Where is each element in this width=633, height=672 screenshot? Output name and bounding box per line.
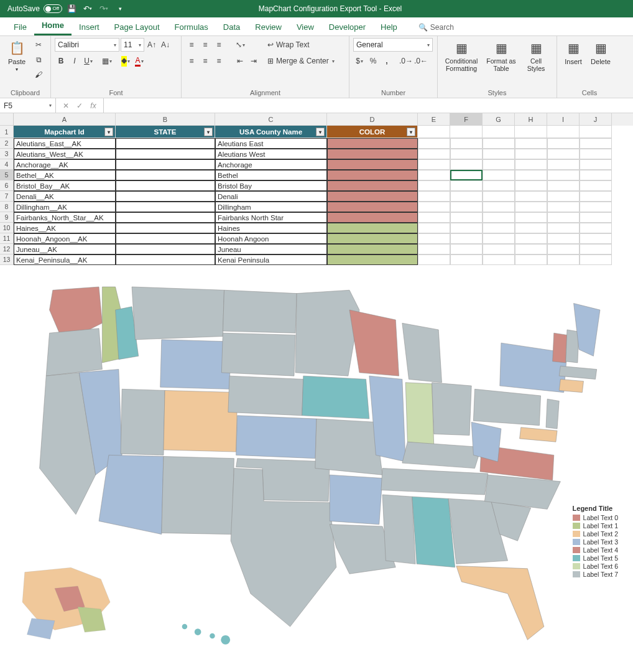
cell-county[interactable]: Aleutians East [215, 138, 327, 149]
name-box[interactable]: F5▾ [0, 98, 56, 113]
table-header-color[interactable]: COLOR▾ [327, 126, 418, 138]
empty-cell[interactable] [450, 159, 483, 170]
tell-me-search[interactable]: 🔍 Search [411, 19, 461, 35]
empty-cell[interactable] [450, 202, 483, 212]
cell-mapchart-id[interactable]: Hoonah_Angoon__AK [14, 233, 116, 244]
empty-cell[interactable] [418, 170, 450, 180]
decrease-indent-icon[interactable]: ⇤ [234, 54, 246, 68]
column-header-B[interactable]: B [116, 113, 215, 126]
worksheet-grid[interactable]: ABCDEFGHIJ 12345678910111213 Mapchart Id… [0, 113, 633, 269]
empty-cell[interactable] [483, 212, 515, 223]
fill-color-button[interactable]: ◆▾ [119, 54, 132, 68]
wrap-text-button[interactable]: ↩Wrap Text [267, 38, 335, 52]
cell-color[interactable] [327, 159, 418, 170]
tab-developer[interactable]: Developer [321, 19, 373, 35]
empty-cell[interactable] [547, 202, 580, 212]
column-header-H[interactable]: H [515, 113, 547, 126]
cell-mapchart-id[interactable]: Dillingham__AK [14, 202, 116, 212]
cell-county[interactable]: Bethel [215, 170, 327, 180]
empty-cell[interactable] [580, 180, 612, 191]
empty-cell[interactable] [450, 233, 483, 244]
row-header-4[interactable]: 4 [0, 159, 14, 170]
cell-state[interactable] [116, 159, 215, 170]
empty-cell[interactable] [515, 149, 547, 159]
cell-county[interactable]: Denali [215, 191, 327, 202]
row-header-1[interactable]: 1 [0, 126, 14, 138]
cell-mapchart-id[interactable]: Aleutians_East__AK [14, 138, 116, 149]
empty-cell[interactable] [483, 159, 515, 170]
empty-cell[interactable] [515, 223, 547, 233]
cell-color[interactable] [327, 223, 418, 233]
empty-cell[interactable] [450, 254, 483, 265]
empty-cell[interactable] [418, 159, 450, 170]
empty-cell[interactable] [547, 149, 580, 159]
column-header-C[interactable]: C [215, 113, 327, 126]
fx-icon[interactable]: fx [87, 101, 99, 110]
cell-color[interactable] [327, 191, 418, 202]
empty-cell[interactable] [483, 202, 515, 212]
empty-cell[interactable] [483, 149, 515, 159]
empty-cell[interactable] [580, 149, 612, 159]
row-header-2[interactable]: 2 [0, 138, 14, 149]
font-size-select[interactable]: 11▾ [121, 38, 144, 52]
cell-mapchart-id[interactable]: Aleutians_West__AK [14, 149, 116, 159]
filter-arrow-icon[interactable]: ▾ [407, 128, 415, 136]
italic-button[interactable]: I [68, 54, 81, 68]
empty-cell[interactable] [515, 212, 547, 223]
empty-cell[interactable] [418, 149, 450, 159]
tab-insert[interactable]: Insert [72, 19, 107, 35]
cut-icon[interactable]: ✂ [32, 38, 45, 52]
filter-arrow-icon[interactable]: ▾ [104, 128, 113, 136]
comma-format-icon[interactable]: , [381, 54, 393, 68]
empty-cell[interactable] [547, 244, 580, 254]
underline-button[interactable]: U▾ [82, 54, 95, 68]
empty-cell[interactable] [515, 202, 547, 212]
table-header-mapchart-id[interactable]: Mapchart Id▾ [14, 126, 116, 138]
cell-mapchart-id[interactable]: Denali__AK [14, 191, 116, 202]
empty-cell[interactable] [483, 138, 515, 149]
cell-county[interactable]: Juneau [215, 244, 327, 254]
tab-view[interactable]: View [289, 19, 321, 35]
row-header-3[interactable]: 3 [0, 149, 14, 159]
empty-cell[interactable] [418, 202, 450, 212]
save-icon[interactable]: 💾 [65, 2, 78, 16]
empty-cell[interactable] [483, 254, 515, 265]
row-header-13[interactable]: 13 [0, 254, 14, 265]
empty-cell[interactable] [418, 212, 450, 223]
cell-styles-button[interactable]: ▦ Cell Styles [521, 38, 551, 72]
empty-cell[interactable] [580, 233, 612, 244]
empty-cell[interactable] [450, 212, 483, 223]
cell-mapchart-id[interactable]: Fairbanks_North_Star__AK [14, 212, 116, 223]
empty-cell[interactable] [547, 138, 580, 149]
empty-cell[interactable] [418, 254, 450, 265]
align-middle-icon[interactable]: ≡ [199, 38, 211, 52]
tab-data[interactable]: Data [216, 19, 247, 35]
align-top-icon[interactable]: ≡ [185, 38, 198, 52]
increase-indent-icon[interactable]: ⇥ [247, 54, 260, 68]
empty-cell[interactable] [515, 244, 547, 254]
cell-state[interactable] [116, 138, 215, 149]
empty-cell[interactable] [547, 180, 580, 191]
cell-mapchart-id[interactable]: Juneau__AK [14, 244, 116, 254]
cell-state[interactable] [116, 202, 215, 212]
empty-cell[interactable] [450, 180, 483, 191]
empty-cell[interactable] [580, 138, 612, 149]
bold-button[interactable]: B [55, 54, 67, 68]
cell-county[interactable]: Haines [215, 223, 327, 233]
empty-cell[interactable] [547, 223, 580, 233]
cell-mapchart-id[interactable]: Anchorage__AK [14, 159, 116, 170]
row-header-8[interactable]: 8 [0, 202, 14, 212]
cell-color[interactable] [327, 244, 418, 254]
empty-cell[interactable] [450, 244, 483, 254]
column-header-F[interactable]: F [450, 113, 483, 126]
empty-cell[interactable] [450, 170, 483, 180]
cell-mapchart-id[interactable]: Bethel__AK [14, 170, 116, 180]
cell-color[interactable] [327, 254, 418, 265]
cell-county[interactable]: Bristol Bay [215, 180, 327, 191]
empty-cell[interactable] [547, 212, 580, 223]
align-left-icon[interactable]: ≡ [185, 54, 198, 68]
cell-county[interactable]: Fairbanks North Star [215, 212, 327, 223]
row-header-10[interactable]: 10 [0, 223, 14, 233]
align-bottom-icon[interactable]: ≡ [213, 38, 225, 52]
empty-cell[interactable] [418, 191, 450, 202]
